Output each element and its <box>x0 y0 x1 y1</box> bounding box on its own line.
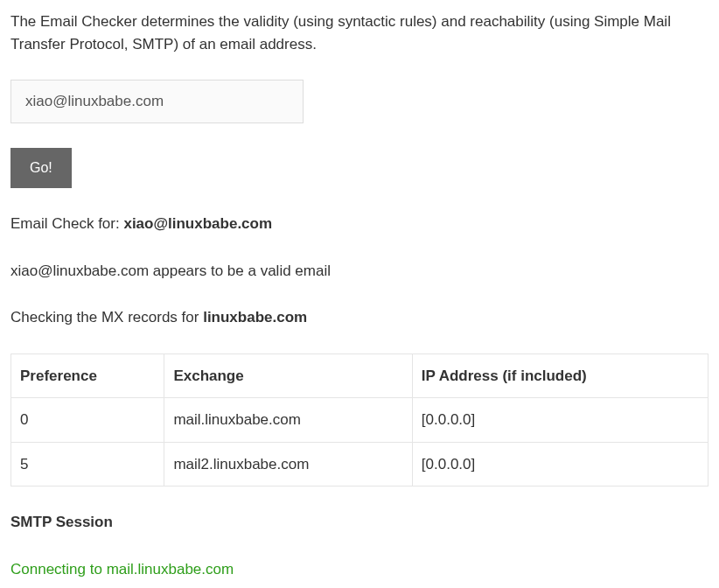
table-row: 5 mail2.linuxbabe.com [0.0.0.0] <box>11 442 709 486</box>
check-for-email: xiao@linuxbabe.com <box>123 215 272 232</box>
smtp-session-heading: SMTP Session <box>10 511 709 534</box>
cell-preference: 0 <box>11 398 164 443</box>
smtp-connecting-line: Connecting to mail.linuxbabe.com <box>10 558 709 581</box>
header-exchange: Exchange <box>164 354 412 398</box>
description-text: The Email Checker determines the validit… <box>10 10 709 55</box>
header-preference: Preference <box>11 354 164 398</box>
cell-exchange: mail2.linuxbabe.com <box>164 442 412 486</box>
go-button[interactable]: Go! <box>10 148 72 188</box>
check-for-line: Email Check for: xiao@linuxbabe.com <box>10 213 709 235</box>
email-input[interactable] <box>10 80 304 123</box>
check-for-prefix: Email Check for: <box>10 215 123 232</box>
mx-records-table: Preference Exchange IP Address (if inclu… <box>10 354 709 487</box>
table-row: 0 mail.linuxbabe.com [0.0.0.0] <box>11 398 709 443</box>
mx-check-line: Checking the MX records for linuxbabe.co… <box>10 306 709 329</box>
cell-preference: 5 <box>11 442 164 486</box>
table-header-row: Preference Exchange IP Address (if inclu… <box>11 354 709 398</box>
smtp-response-line: 220-mail.linuxbabe.com ESMTP Postfix (Ub… <box>10 584 709 588</box>
mx-domain: linuxbabe.com <box>203 309 307 326</box>
cell-ip: [0.0.0.0] <box>412 398 708 443</box>
mx-prefix: Checking the MX records for <box>10 309 203 326</box>
cell-exchange: mail.linuxbabe.com <box>164 398 412 443</box>
header-ip: IP Address (if included) <box>412 354 708 398</box>
cell-ip: [0.0.0.0] <box>412 442 708 486</box>
valid-message: xiao@linuxbabe.com appears to be a valid… <box>10 260 709 283</box>
